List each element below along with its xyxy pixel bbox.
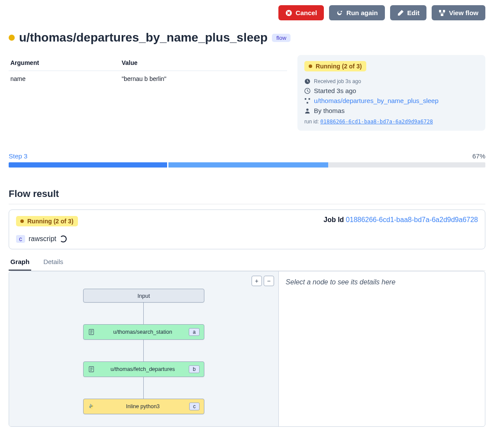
node-letter: b xyxy=(189,365,200,373)
jobid-block: Job Id 01886266-6cd1-baa8-bd7a-6a2d9d9a6… xyxy=(323,216,478,224)
node-step-c[interactable]: Inline python3 c xyxy=(83,399,204,414)
script-icon xyxy=(88,329,95,335)
refresh-icon xyxy=(336,10,343,16)
runid-link[interactable]: 01886266-6cd1-baa8-bd7a-6a2d9d9a6728 xyxy=(320,119,433,125)
flow-path-line: u/thomas/departures_by_name_plus_sleep xyxy=(304,97,478,104)
status-badge-text: Running (2 of 3) xyxy=(316,63,362,70)
status-dot-icon xyxy=(9,35,15,41)
run-again-label: Run again xyxy=(346,9,378,16)
node-letter: a xyxy=(189,328,200,336)
svg-point-9 xyxy=(306,108,308,110)
arguments-table: Argument Value name "bernau b berlin" xyxy=(9,55,287,87)
progress-percent: 67% xyxy=(472,152,485,160)
result-status-badge: Running (2 of 3) xyxy=(16,216,78,226)
status-badge: Running (2 of 3) xyxy=(304,61,366,71)
started-line: Started 3s ago xyxy=(304,87,478,94)
cancel-label: Cancel xyxy=(296,9,317,16)
svg-rect-3 xyxy=(441,14,443,16)
top-actions: Cancel Run again Edit View flow xyxy=(9,5,485,20)
rawscript-row: c rawscript xyxy=(16,235,78,243)
edit-icon xyxy=(397,10,404,16)
result-box: Running (2 of 3) c rawscript Job Id 0188… xyxy=(9,209,485,249)
run-again-button[interactable]: Run again xyxy=(329,5,385,20)
flow-result-heading: Flow result xyxy=(9,188,485,200)
flow-icon xyxy=(439,10,446,16)
view-flow-label: View flow xyxy=(449,9,478,16)
cancel-button[interactable]: Cancel xyxy=(278,5,324,20)
graph-side-panel: Select a node to see its details here xyxy=(278,271,485,426)
progress-seg-1 xyxy=(9,162,168,168)
zoom-out-button[interactable]: − xyxy=(264,276,274,286)
tab-details[interactable]: Details xyxy=(42,255,65,271)
info-row: Argument Value name "bernau b berlin" Ru… xyxy=(9,55,485,131)
status-panel: Running (2 of 3) Received job 3s ago Sta… xyxy=(297,55,485,131)
node-step-b[interactable]: u/thomas/fetch_departures b xyxy=(83,361,204,377)
svg-rect-6 xyxy=(305,98,307,100)
progress-bar xyxy=(9,162,485,168)
svg-rect-7 xyxy=(309,98,310,100)
received-line: Received job 3s ago xyxy=(304,78,478,84)
svg-rect-2 xyxy=(443,10,445,12)
clock-icon xyxy=(304,78,310,84)
jobid-link[interactable]: 01886266-6cd1-baa8-bd7a-6a2d9d9a6728 xyxy=(346,216,478,223)
divider xyxy=(9,204,485,204)
step-letter-badge: c xyxy=(16,235,25,243)
node-label: u/thomas/search_station xyxy=(97,329,189,335)
view-flow-button[interactable]: View flow xyxy=(432,5,485,20)
node-label: Inline python3 xyxy=(97,403,189,409)
flow-path-link[interactable]: u/thomas/departures_by_name_plus_sleep xyxy=(314,97,439,104)
node-step-a[interactable]: u/thomas/search_station a xyxy=(83,324,204,340)
node-label: u/thomas/fetch_departures xyxy=(97,366,189,372)
zoom-controls: + − xyxy=(252,276,274,286)
running-dot-icon xyxy=(20,219,24,223)
zoom-in-button[interactable]: + xyxy=(252,276,262,286)
progress-section: Step 3 67% xyxy=(9,152,485,168)
connector xyxy=(143,303,144,324)
node-letter: c xyxy=(189,403,200,410)
step-label: Step 3 xyxy=(9,152,27,160)
rawscript-text: rawscript xyxy=(29,235,56,243)
edit-button[interactable]: Edit xyxy=(390,5,426,20)
runid-label: run id: xyxy=(304,119,319,125)
tabs: Graph Details xyxy=(9,255,485,271)
received-text: Received job 3s ago xyxy=(314,78,361,84)
svg-rect-1 xyxy=(439,10,441,12)
clock-icon xyxy=(304,88,310,94)
runid-row: run id: 01886266-6cd1-baa8-bd7a-6a2d9d9a… xyxy=(304,119,478,125)
running-dot-icon xyxy=(309,64,312,68)
python-icon xyxy=(88,403,95,409)
cancel-icon xyxy=(285,10,292,16)
flow-icon xyxy=(304,98,310,104)
col-argument: Argument xyxy=(9,55,120,71)
table-row: name "bernau b berlin" xyxy=(9,71,287,87)
edit-label: Edit xyxy=(407,9,420,16)
script-icon xyxy=(88,366,95,372)
result-status-text: Running (2 of 3) xyxy=(27,218,74,225)
tab-graph[interactable]: Graph xyxy=(9,255,31,271)
graph-canvas[interactable]: + − Input u/thomas/search_station a u/th… xyxy=(9,271,278,426)
page-title: u/thomas/departures_by_name_plus_sleep xyxy=(19,31,268,45)
arguments-panel: Argument Value name "bernau b berlin" xyxy=(9,55,287,131)
connector xyxy=(143,377,144,399)
author-text: By thomas xyxy=(314,107,345,114)
jobid-label: Job Id xyxy=(323,216,344,223)
side-hint: Select a node to see its details here xyxy=(286,278,396,286)
arg-value: "bernau b berlin" xyxy=(120,71,287,87)
arg-name: name xyxy=(9,71,120,87)
col-value: Value xyxy=(120,55,287,71)
progress-seg-2 xyxy=(168,162,328,168)
svg-rect-8 xyxy=(307,102,308,103)
spinner-icon xyxy=(60,235,67,242)
author-line: By thomas xyxy=(304,107,478,114)
started-text: Started 3s ago xyxy=(314,87,356,94)
node-input[interactable]: Input xyxy=(83,289,204,303)
graph-panel: + − Input u/thomas/search_station a u/th… xyxy=(9,271,485,427)
user-icon xyxy=(304,108,310,114)
title-row: u/thomas/departures_by_name_plus_sleep f… xyxy=(9,31,485,45)
flow-badge: flow xyxy=(272,34,291,42)
connector xyxy=(143,340,144,361)
node-input-label: Input xyxy=(137,293,150,299)
